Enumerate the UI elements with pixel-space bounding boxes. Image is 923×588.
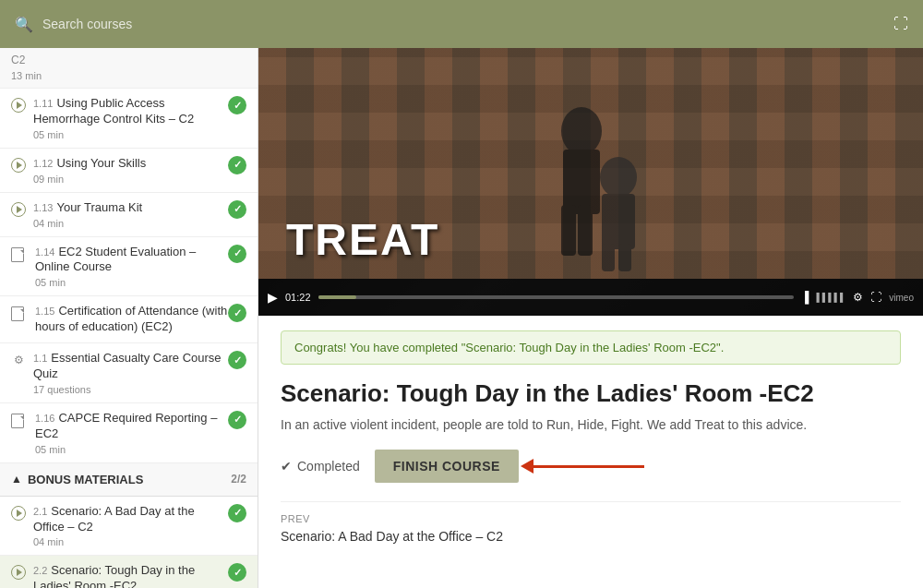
svg-rect-2 [561,205,576,256]
prev-c2-label: C2 [11,54,246,68]
search-icon: 🔍 [15,16,33,33]
sidebar-item-1-14[interactable]: 1.14EC2 Student Evaluation – Online Cour… [0,237,258,297]
completed-check-2-2 [228,563,246,582]
vimeo-logo: vimeo [889,293,914,303]
checkmark-icon: ✔ [281,459,292,474]
top-bar: 🔍 ⛶ [0,0,923,48]
sidebar-item-1-11[interactable]: 1.11Using Public Access Hemorrhage Contr… [0,89,258,149]
item-duration-1-11: 05 min [33,129,228,140]
item-title-2-1: 2.1Scenario: A Bad Day at the Office – C… [33,504,228,535]
video-background [258,48,923,316]
volume-icon[interactable]: ▐ [801,291,809,304]
item-duration-2-1: 04 min [33,536,228,547]
completed-check-1-15 [228,304,246,322]
item-duration-1-1: 17 questions [33,384,228,395]
action-row: ✔ Completed FINISH COURSE [281,450,901,483]
video-icon-2-2 [11,565,26,580]
completed-check-1-16 [228,411,246,429]
video-icon-1-11 [11,98,26,113]
doc-icon-1-14 [11,247,28,264]
quiz-icon-1-1: ⚙ [11,353,26,367]
congrats-banner: Congrats! You have completed "Scenario: … [281,330,901,365]
video-icon-2-1 [11,506,26,521]
svg-rect-5 [602,194,635,249]
main-layout: C2 13 min 1.11Using Public Access Hemorr… [0,48,923,588]
svg-rect-1 [563,150,600,214]
completed-check-2-1 [228,504,246,522]
finish-course-button[interactable]: FINISH COURSE [375,450,519,483]
below-video-content: Congrats! You have completed "Scenario: … [258,316,923,559]
arrow-head [521,459,533,474]
sidebar-item-1-12[interactable]: 1.12Using Your Skills 09 min [0,149,258,193]
bonus-section-title: ▲ BONUS MATERIALS [11,473,143,486]
video-controls: ▶ 01:22 ▐ ▌▌▌▌▌ ⚙ ⛶ vimeo [258,279,923,316]
svg-rect-3 [578,205,593,256]
sidebar-item-1-1-quiz[interactable]: ⚙ 1.1Essential Casualty Care Course Quiz… [0,343,258,403]
play-button[interactable]: ▶ [268,290,278,305]
item-duration-1-16: 05 min [35,444,228,455]
sidebar-bonus-item-2-2[interactable]: 2.2Scenario: Tough Day in the Ladies' Ro… [0,556,258,588]
content-area: TREAT ▶ 01:22 ▐ ▌▌▌▌▌ ⚙ ⛶ vimeo Congrats… [258,48,923,588]
sidebar-item-1-16[interactable]: 1.16CAPCE Required Reporting – EC2 05 mi… [0,403,258,463]
completed-check-1-14 [228,245,246,263]
item-duration-1-13: 04 min [33,218,228,229]
completed-check-1-1 [228,351,246,369]
completed-status: ✔ Completed [281,459,360,474]
arrow-indicator [533,465,644,468]
sidebar-item-1-13[interactable]: 1.13Your Trauma Kit 04 min [0,193,258,237]
svg-point-4 [600,157,637,198]
sidebar-prev-c2: C2 13 min [0,48,258,89]
settings-icon[interactable]: ⚙ [853,291,863,304]
item-title-1-14: 1.14EC2 Student Evaluation – Online Cour… [35,245,228,276]
svg-point-0 [561,107,602,155]
sidebar: C2 13 min 1.11Using Public Access Hemorr… [0,48,258,588]
search-input[interactable] [42,17,893,31]
completed-check-1-12 [228,156,246,174]
video-icon-1-12 [11,158,26,173]
svg-rect-7 [618,244,631,271]
item-title-1-15: 1.15Certification of Attendance (with ho… [35,304,228,335]
progress-bar[interactable] [318,295,794,299]
doc-icon-1-15 [11,306,28,323]
item-title-1-13: 1.13Your Trauma Kit [33,200,228,216]
sidebar-item-1-15[interactable]: 1.15Certification of Attendance (with ho… [0,296,258,343]
item-title-1-11: 1.11Using Public Access Hemorrhage Contr… [33,96,228,127]
expand-icon[interactable]: ⛶ [893,16,908,32]
video-overlay-text: TREAT [286,214,439,265]
scenario-description: In an active violent incident, people ar… [281,415,901,435]
item-title-1-16: 1.16CAPCE Required Reporting – EC2 [35,411,228,442]
sidebar-bonus-item-2-1[interactable]: 2.1Scenario: A Bad Day at the Office – C… [0,497,258,557]
video-player[interactable]: TREAT ▶ 01:22 ▐ ▌▌▌▌▌ ⚙ ⛶ vimeo [258,48,923,316]
prev-c2-duration: 13 min [11,70,246,81]
completed-text: Completed [297,459,360,474]
arrow-line [533,465,644,468]
item-title-1-1: 1.1Essential Casualty Care Course Quiz [33,351,228,382]
completed-check-1-13 [228,200,246,219]
prev-label: PREV [281,513,901,524]
video-icon-1-13 [11,202,26,217]
bonus-section-header[interactable]: ▲ BONUS MATERIALS 2/2 [0,463,258,497]
prev-link[interactable]: Scenario: A Bad Day at the Office – C2 [281,529,503,544]
progress-fill [318,295,356,299]
volume-bars: ▌▌▌▌▌ [816,293,845,302]
scenario-title: Scenario: Tough Day in the Ladies' Room … [281,379,901,408]
svg-rect-6 [602,244,615,271]
fullscreen-icon[interactable]: ⛶ [870,291,881,304]
prev-navigation: PREV Scenario: A Bad Day at the Office –… [281,501,901,545]
item-title-2-2: 2.2Scenario: Tough Day in the Ladies' Ro… [33,563,228,588]
item-duration-1-14: 05 min [35,277,228,288]
item-duration-1-12: 09 min [33,174,228,185]
completed-check-1-11 [228,96,246,114]
bonus-section-count: 2/2 [231,473,246,486]
item-title-1-12: 1.12Using Your Skills [33,156,228,172]
time-display: 01:22 [285,292,311,303]
doc-icon-1-16 [11,414,28,430]
